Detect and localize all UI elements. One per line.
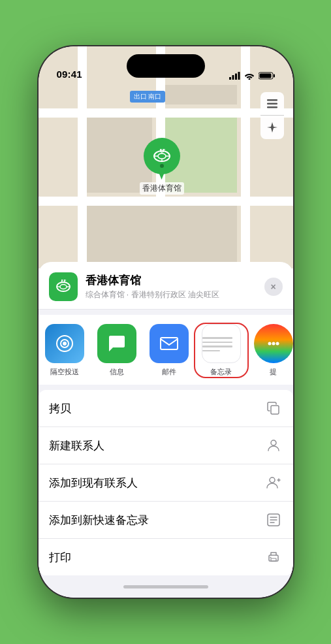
mail-icon	[150, 324, 189, 363]
venue-info: 香港体育馆 综合体育馆 · 香港特别行政区 油尖旺区	[86, 273, 257, 300]
svg-rect-0	[229, 77, 231, 80]
airdrop-label: 隔空投送	[50, 367, 79, 377]
more-label: 提	[270, 367, 277, 377]
copy-icon	[264, 399, 283, 417]
svg-rect-18	[163, 149, 164, 152]
close-button[interactable]: ×	[264, 278, 283, 296]
notes-line	[202, 350, 221, 352]
person-icon	[264, 436, 283, 455]
svg-point-11	[158, 153, 166, 159]
svg-rect-5	[274, 74, 275, 78]
phone-screen: 09:41	[39, 46, 293, 598]
share-item-mail[interactable]: 邮件	[143, 324, 195, 377]
svg-rect-34	[271, 406, 279, 414]
venue-pin[interactable]: 香港体育馆	[140, 138, 184, 195]
map-road	[39, 197, 293, 206]
svg-rect-26	[64, 280, 65, 282]
phone-frame: 09:41	[39, 46, 293, 598]
messages-label: 信息	[110, 367, 124, 377]
sheet-header: 香港体育馆 综合体育馆 · 香港特别行政区 油尖旺区 ×	[39, 262, 293, 310]
venue-icon	[49, 272, 78, 301]
action-new-contact[interactable]: 新建联系人	[39, 427, 293, 464]
notes-line	[202, 346, 232, 347]
svg-marker-27	[65, 280, 66, 281]
action-print-label: 打印	[49, 550, 71, 565]
action-print[interactable]: 打印	[39, 539, 293, 575]
map-block	[87, 206, 237, 265]
more-icon	[254, 324, 293, 363]
venue-name: 香港体育馆	[86, 273, 257, 288]
svg-point-35	[271, 440, 276, 445]
pin-dot	[160, 164, 164, 168]
svg-point-45	[270, 557, 271, 558]
map-controls	[260, 92, 284, 139]
map-south-entrance: 出口 南口	[130, 91, 166, 103]
venue-subtitle: 综合体育馆 · 香港特别行政区 油尖旺区	[86, 289, 257, 300]
svg-rect-6	[259, 74, 271, 78]
wifi-icon	[244, 72, 255, 80]
svg-rect-7	[267, 99, 277, 101]
action-new-contact-label: 新建联系人	[49, 438, 104, 453]
svg-rect-1	[232, 75, 234, 80]
svg-rect-44	[271, 558, 276, 561]
svg-point-32	[272, 342, 275, 346]
svg-rect-3	[238, 72, 240, 80]
home-indicator	[39, 575, 293, 598]
home-bar	[123, 585, 208, 588]
action-copy-label: 拷贝	[49, 401, 71, 416]
svg-point-33	[276, 342, 279, 346]
action-copy[interactable]: 拷贝	[39, 390, 293, 427]
notes-line	[202, 337, 232, 339]
svg-rect-30	[161, 338, 178, 349]
print-icon	[264, 548, 283, 566]
svg-rect-16	[160, 149, 161, 152]
person-add-icon	[264, 474, 283, 492]
battery-icon	[259, 72, 275, 80]
signal-icon	[229, 72, 240, 80]
action-add-existing-label: 添加到现有联系人	[49, 475, 138, 491]
notes-icon	[202, 324, 241, 363]
note-icon	[264, 511, 283, 529]
notes-label: 备忘录	[210, 367, 232, 377]
svg-marker-17	[161, 149, 163, 150]
svg-rect-2	[235, 74, 237, 80]
share-item-more[interactable]: 提	[247, 324, 293, 377]
share-item-airdrop[interactable]: 隔空投送	[39, 324, 91, 377]
status-time: 09:41	[57, 69, 82, 80]
notes-lines	[202, 332, 236, 355]
share-row: 隔空投送 信息	[39, 315, 293, 385]
airdrop-icon	[45, 324, 84, 363]
bottom-sheet: 香港体育馆 综合体育馆 · 香港特别行政区 油尖旺区 ×	[39, 262, 293, 598]
dynamic-island	[127, 54, 205, 78]
action-list: 拷贝 新建联系人	[39, 390, 293, 575]
mail-label: 邮件	[162, 367, 176, 377]
map-road	[39, 108, 293, 118]
notes-line	[202, 342, 232, 344]
share-item-messages[interactable]: 信息	[91, 324, 143, 377]
svg-marker-25	[62, 280, 63, 281]
svg-point-21	[60, 285, 67, 289]
map-layers-button[interactable]	[260, 92, 284, 116]
map-location-button[interactable]	[260, 116, 284, 139]
map-block	[165, 85, 237, 105]
svg-point-31	[268, 342, 271, 346]
share-item-notes[interactable]: 备忘录	[195, 324, 247, 377]
pin-circle	[144, 138, 180, 174]
action-quick-note[interactable]: 添加到新快速备忘录	[39, 502, 293, 539]
messages-icon	[97, 324, 136, 363]
svg-rect-24	[61, 280, 63, 282]
svg-point-36	[270, 477, 275, 483]
svg-rect-8	[267, 103, 277, 105]
svg-point-29	[63, 342, 67, 346]
action-quick-note-label: 添加到新快速备忘录	[49, 513, 149, 528]
svg-rect-9	[267, 106, 277, 108]
action-add-existing[interactable]: 添加到现有联系人	[39, 464, 293, 502]
pin-label: 香港体育馆	[140, 182, 184, 195]
svg-marker-19	[164, 149, 166, 150]
status-icons	[229, 72, 275, 80]
